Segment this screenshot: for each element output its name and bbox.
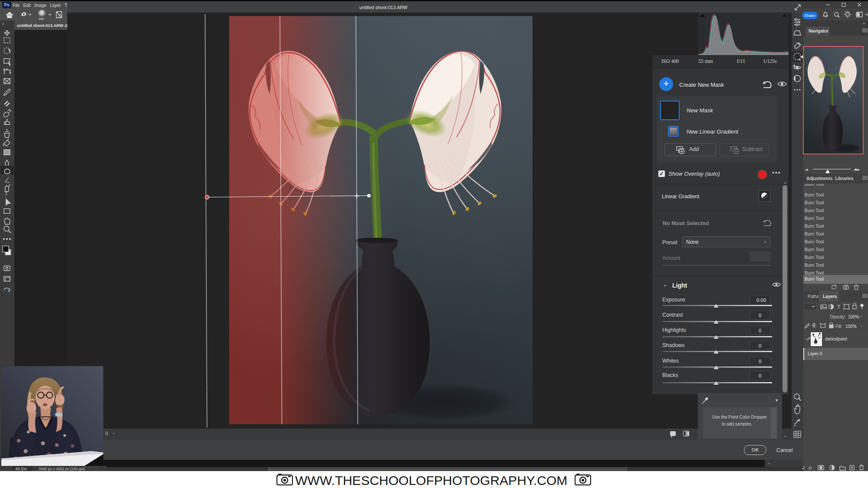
- svg-text:0.00: 0.00: [756, 298, 766, 303]
- svg-text:0: 0: [759, 313, 761, 318]
- svg-text:T: T: [837, 304, 841, 310]
- svg-text:0: 0: [759, 343, 761, 348]
- svg-text:Shadows: Shadows: [662, 342, 684, 348]
- svg-text:Blacks: Blacks: [662, 372, 678, 378]
- svg-text:Whites: Whites: [662, 358, 679, 364]
- svg-text:fx: fx: [809, 465, 812, 470]
- svg-text:0: 0: [759, 328, 761, 333]
- svg-text:0: 0: [759, 359, 761, 364]
- svg-text:T: T: [4, 190, 8, 197]
- svg-text:Highlights: Highlights: [662, 327, 686, 333]
- svg-text:0: 0: [759, 373, 761, 378]
- svg-text:Contrast: Contrast: [662, 312, 683, 318]
- svg-text:480: 480: [39, 17, 44, 21]
- svg-text:Exposure: Exposure: [662, 297, 685, 303]
